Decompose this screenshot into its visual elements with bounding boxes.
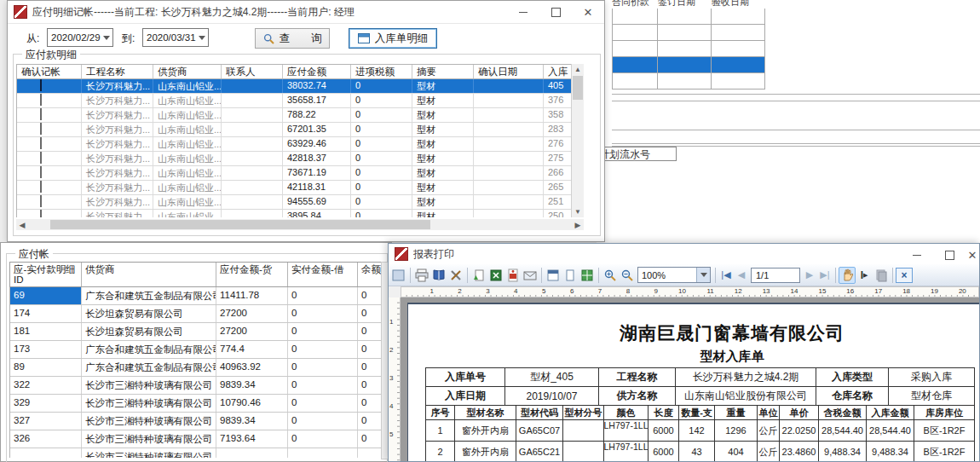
table-row[interactable]: 长沙万科魅力... 山东南山铝业... 42118.31 0 型材 265: [17, 181, 584, 195]
column-header[interactable]: 联系人: [222, 65, 283, 78]
table-row[interactable]: 181 长沙坦森贸易有限公司 27200 0 0: [10, 323, 385, 341]
print-icon[interactable]: [413, 267, 430, 284]
column-header[interactable]: 入库: [544, 65, 573, 78]
chevron-down-icon[interactable]: [196, 29, 208, 46]
table-row[interactable]: 长沙万科魅力... 山东南山铝业... 788.22 0 型材 358: [17, 108, 584, 123]
column-header[interactable]: 进项税额: [351, 65, 412, 78]
book-icon[interactable]: [430, 267, 447, 284]
settings-tools-icon[interactable]: [447, 267, 464, 284]
minimize-button[interactable]: [507, 1, 539, 23]
table-row[interactable]: 69 广东合和建筑五金制品有限公司 11411.78 0 0: [10, 287, 385, 305]
table-row[interactable]: [612, 25, 765, 41]
inbound-detail-button[interactable]: 入库单明细: [349, 28, 437, 49]
table-row[interactable]: 173 广东合和建筑五金制品有限公司 774.4 0 0: [10, 341, 385, 359]
page-number-input[interactable]: 1/1: [751, 268, 800, 283]
minimize-button[interactable]: [901, 244, 933, 266]
page-setup-icon[interactable]: [545, 267, 562, 284]
scroll-up-icon[interactable]: ▲: [572, 64, 584, 75]
table-row[interactable]: 329 长沙市三湘特种玻璃有限公司 10790.46 0 0: [10, 395, 385, 413]
table-row-selected[interactable]: [612, 57, 765, 73]
pdf-export-icon[interactable]: [504, 267, 522, 284]
close-preview-icon[interactable]: ×: [896, 268, 913, 283]
to-date-dropdown[interactable]: 2020/03/31: [142, 28, 209, 47]
from-date-dropdown[interactable]: 2020/02/29: [47, 28, 113, 47]
maximize-button[interactable]: [539, 1, 572, 23]
excel-export-icon[interactable]: [487, 267, 504, 284]
zoom-in-icon[interactable]: [602, 267, 619, 284]
title-bar[interactable]: 应付明细记帐------当前工程: 长沙万科魅力之城4.2期------当前用户…: [8, 1, 604, 24]
scroll-down-icon[interactable]: ▼: [572, 206, 584, 217]
table-row[interactable]: 长沙万科魅力... 山东南山铝业... 63929.46 0 型材 276: [17, 137, 584, 152]
mail-export-icon[interactable]: [522, 267, 539, 284]
confirm-checkbox[interactable]: [40, 108, 42, 120]
column-header[interactable]: 应付金额-货: [216, 263, 288, 286]
table-row[interactable]: 89 广东合和建筑五金制品有限公司 40963.92 0 0: [10, 359, 385, 377]
table-row[interactable]: [612, 41, 765, 57]
close-button[interactable]: ✕: [966, 244, 979, 266]
scroll-left-icon[interactable]: ◀: [16, 221, 28, 229]
table-row[interactable]: [612, 9, 765, 25]
table-row[interactable]: 长沙万科魅力... 山东南山铝业... 67201.35 0 型材 283: [17, 123, 584, 137]
confirm-checkbox[interactable]: [40, 137, 42, 149]
title-bar[interactable]: 报表打印 ✕: [389, 244, 979, 265]
table-row[interactable]: 长沙万科魅力... 山东南山铝业... 38032.74 0 型材 405: [17, 79, 584, 94]
text-select-tool-icon[interactable]: I▶: [856, 267, 873, 284]
hand-pan-tool-icon[interactable]: [839, 267, 856, 284]
close-button[interactable]: ✕: [572, 1, 604, 23]
table-row[interactable]: [612, 73, 765, 90]
chevron-down-icon[interactable]: [696, 268, 710, 282]
table-row[interactable]: 长沙万科魅力... 山东南山铝业... 35658.17 0 型材 376: [17, 94, 584, 108]
column-header[interactable]: 确认记帐: [17, 65, 82, 78]
table-row[interactable]: 长沙万科魅力... 山东南山铝业... 73671.19 0 型材 266: [17, 166, 584, 181]
column-header[interactable]: 应-实付款明细ID: [10, 263, 82, 286]
divider: [612, 130, 980, 130]
zoom-level-dropdown[interactable]: 100%: [637, 267, 711, 283]
first-page-button[interactable]: |◀: [718, 269, 734, 280]
horizontal-scrollbar[interactable]: ◀ ▶: [16, 219, 584, 230]
maximize-button[interactable]: [933, 244, 966, 266]
info-value: 长沙万科魅力之城4.2期: [676, 368, 816, 387]
column-header[interactable]: 应付金额: [283, 65, 351, 78]
table-row[interactable]: 322 长沙市三湘特种玻璃有限公司 9839.34 0 0: [10, 377, 385, 395]
confirm-checkbox[interactable]: [40, 152, 42, 164]
column-header[interactable]: 摘要: [412, 65, 474, 78]
scrollbar-thumb[interactable]: [573, 76, 583, 100]
column-header[interactable]: 供货商: [82, 263, 216, 286]
single-page-icon[interactable]: [562, 267, 579, 284]
table-row[interactable]: 长沙万科魅力... 山东南山铝业... 3895.84 0 型材 250: [17, 210, 584, 217]
zoom-out-icon[interactable]: [619, 267, 636, 284]
confirm-checkbox[interactable]: [40, 94, 42, 106]
report-form-title: 型材入库单: [408, 349, 979, 365]
table-row[interactable]: 174 长沙坦森贸易有限公司 27200 0 0: [10, 305, 385, 323]
table-row[interactable]: 326 长沙市三湘特种玻璃有限公司 7193.64 0 0: [10, 430, 385, 448]
column-header[interactable]: 供货商: [153, 65, 222, 78]
contact-cell: [222, 195, 283, 209]
scroll-right-icon[interactable]: ▶: [572, 221, 584, 229]
prev-page-button[interactable]: ◀: [734, 269, 749, 280]
confirm-checkbox[interactable]: [40, 123, 42, 135]
table-row[interactable]: 327 长沙市三湘特种玻璃有限公司 9839.34 0 0: [10, 413, 385, 430]
query-button[interactable]: 查 询: [255, 28, 330, 49]
confirm-checkbox[interactable]: [40, 79, 42, 91]
scrollbar-thumb[interactable]: [50, 220, 431, 229]
next-page-button[interactable]: ▶: [802, 269, 817, 280]
column-header[interactable]: 确认日期: [474, 65, 544, 78]
column-header[interactable]: 实付金额-借: [288, 263, 358, 286]
last-page-button[interactable]: ▶|: [817, 269, 833, 280]
frame-icon[interactable]: [390, 267, 407, 284]
export-icon[interactable]: [470, 267, 487, 284]
chevron-down-icon[interactable]: [101, 29, 112, 46]
confirm-checkbox[interactable]: [40, 166, 42, 178]
confirm-checkbox[interactable]: [40, 195, 42, 207]
table-row[interactable]: 长沙万科魅力... 山东南山铝业... 94555.69 0 型材 251: [17, 195, 584, 210]
print-preview-area[interactable]: 湖南巨晟门窗幕墙有限公司 型材入库单 入库单号 型材_405 工程名称 长沙万科…: [401, 297, 979, 461]
multi-page-icon[interactable]: [579, 267, 596, 284]
confirm-checkbox[interactable]: [40, 181, 42, 193]
confirm-checkbox[interactable]: [40, 210, 42, 217]
plan-serial-field[interactable]: 计划流水号: [595, 147, 677, 161]
copy-pages-icon[interactable]: [873, 267, 890, 284]
table-row[interactable]: 长沙万科魅力... 山东南山铝业... 42818.37 0 型材 275: [17, 152, 584, 166]
column-header[interactable]: 工程名称: [82, 65, 153, 78]
table-row[interactable]: 长沙市三湘特种玻璃有限公司: [10, 448, 385, 458]
vertical-scrollbar[interactable]: ▲ ▼: [571, 64, 584, 217]
